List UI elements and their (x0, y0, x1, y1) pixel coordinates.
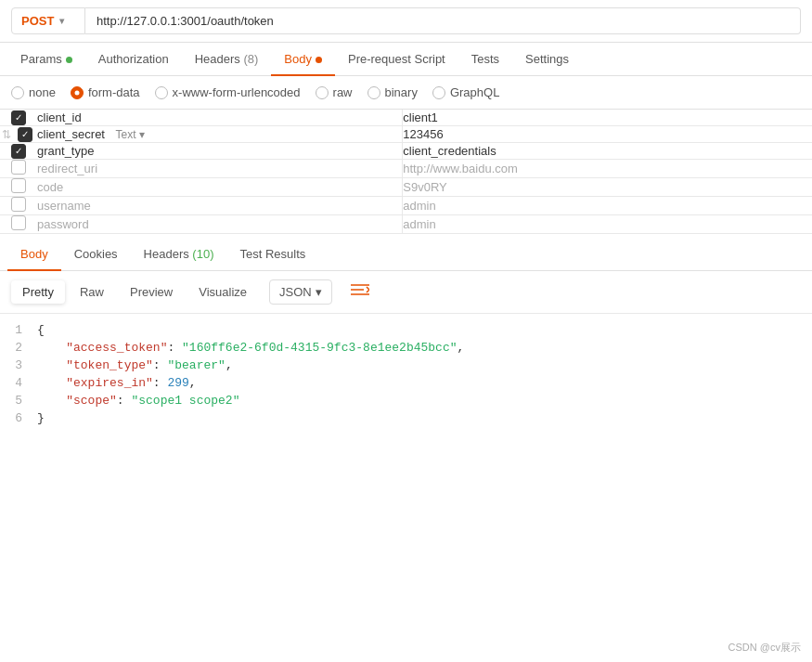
watermark: CSDN @cv展示 (728, 641, 801, 655)
response-tabs: Body Cookies Headers (10) Test Results (0, 238, 812, 271)
checkbox-cell[interactable]: ⇅ (0, 126, 37, 143)
radio-form-data[interactable]: form-data (71, 85, 140, 99)
checkbox-cell[interactable] (0, 178, 37, 197)
params-dot (66, 57, 72, 63)
radio-circle-form-data (71, 86, 84, 99)
format-btn-visualize[interactable]: Visualize (187, 280, 258, 304)
key-cell-client-secret: client_secret Text ▾ (37, 126, 403, 143)
table-row: username admin (0, 197, 812, 215)
format-row: Pretty Raw Preview Visualize JSON ▾ (0, 271, 812, 314)
json-line-5: 5 "scope": "scope1 scope2" (0, 392, 812, 409)
tab-authorization[interactable]: Authorization (85, 43, 182, 75)
response-tab-body[interactable]: Body (7, 238, 61, 270)
value-cell-client-id: client1 (403, 110, 812, 126)
checkbox-cell[interactable] (0, 110, 37, 126)
checkbox-password[interactable] (11, 215, 26, 230)
value-cell-client-secret: 123456 (403, 126, 812, 143)
key-cell-username: username (37, 197, 403, 215)
key-cell-code: code (37, 178, 403, 197)
response-tab-test-results[interactable]: Test Results (226, 238, 318, 270)
tab-pre-request[interactable]: Pre-request Script (335, 43, 458, 75)
checkbox-grant-type[interactable] (11, 144, 26, 159)
drag-icon: ⇅ (2, 128, 11, 141)
radio-binary[interactable]: binary (367, 85, 418, 99)
checkbox-redirect-uri[interactable] (11, 160, 26, 175)
value-cell-code: S9v0RY (403, 178, 812, 197)
checkbox-client-id[interactable] (11, 110, 26, 125)
table-row: redirect_uri http://www.baidu.com (0, 160, 812, 178)
key-cell-password: password (37, 215, 403, 234)
format-btn-preview[interactable]: Preview (119, 280, 184, 304)
response-tab-headers[interactable]: Headers (10) (131, 238, 227, 270)
json-line-1: 1 { (0, 321, 812, 339)
key-cell-redirect-uri: redirect_uri (37, 160, 403, 178)
json-line-2: 2 "access_token": "160ff6e2-6f0d-4315-9f… (0, 339, 812, 357)
value-cell-password: admin (403, 215, 812, 234)
wrap-button[interactable] (343, 279, 377, 305)
format-btn-pretty[interactable]: Pretty (11, 280, 65, 304)
body-dot (316, 57, 322, 63)
method-label: POST (21, 14, 54, 28)
radio-circle-binary (367, 86, 380, 99)
key-cell-client-id: client_id (37, 110, 403, 126)
radio-urlencoded[interactable]: x-www-form-urlencoded (155, 85, 301, 99)
radio-circle-graphql (432, 86, 445, 99)
key-cell-grant-type: grant_type (37, 143, 403, 160)
json-output: 1 { 2 "access_token": "160ff6e2-6f0d-431… (0, 314, 812, 435)
table-row: client_id client1 (0, 110, 812, 126)
json-line-3: 3 "token_type": "bearer", (0, 357, 812, 374)
response-tab-cookies[interactable]: Cookies (61, 238, 131, 270)
checkbox-cell[interactable] (0, 160, 37, 178)
radio-circle-urlencoded (155, 86, 168, 99)
table-row: password admin (0, 215, 812, 234)
checkbox-cell[interactable] (0, 197, 37, 215)
value-cell-username: admin (403, 197, 812, 215)
table-row: ⇅ client_secret Text ▾ 123456 (0, 126, 812, 143)
radio-circle-raw (316, 86, 329, 99)
radio-raw[interactable]: raw (316, 85, 353, 99)
url-bar: POST ▾ (0, 0, 812, 43)
type-badge[interactable]: Text ▾ (116, 128, 145, 141)
method-chevron: ▾ (59, 16, 64, 26)
tab-settings[interactable]: Settings (512, 43, 582, 75)
json-line-4: 4 "expires_in": 299, (0, 374, 812, 392)
form-table: client_id client1 ⇅ client_secret Text ▾… (0, 110, 812, 234)
tab-params[interactable]: Params (7, 43, 85, 75)
table-row: code S9v0RY (0, 178, 812, 197)
json-line-6: 6 } (0, 409, 812, 427)
url-input[interactable] (85, 7, 801, 34)
radio-circle-none (11, 86, 24, 99)
radio-graphql[interactable]: GraphQL (432, 85, 499, 99)
tab-body[interactable]: Body (271, 43, 335, 75)
main-tabs: Params Authorization Headers (8) Body Pr… (0, 43, 812, 76)
checkbox-cell[interactable] (0, 143, 37, 160)
checkbox-code[interactable] (11, 178, 26, 193)
checkbox-username[interactable] (11, 197, 26, 212)
checkbox-cell[interactable] (0, 215, 37, 234)
checkbox-client-secret[interactable] (18, 127, 32, 142)
format-type-label: JSON (279, 285, 312, 299)
method-select[interactable]: POST ▾ (11, 7, 85, 34)
format-btn-raw[interactable]: Raw (69, 280, 115, 304)
value-cell-redirect-uri: http://www.baidu.com (403, 160, 812, 178)
tab-headers[interactable]: Headers (8) (182, 43, 272, 75)
value-cell-grant-type: client_credentials (403, 143, 812, 160)
format-chevron: ▾ (316, 285, 322, 299)
body-type-row: none form-data x-www-form-urlencoded raw… (0, 76, 812, 110)
table-row: grant_type client_credentials (0, 143, 812, 160)
format-type-select[interactable]: JSON ▾ (269, 279, 332, 305)
tab-tests[interactable]: Tests (458, 43, 512, 75)
radio-none[interactable]: none (11, 85, 56, 99)
